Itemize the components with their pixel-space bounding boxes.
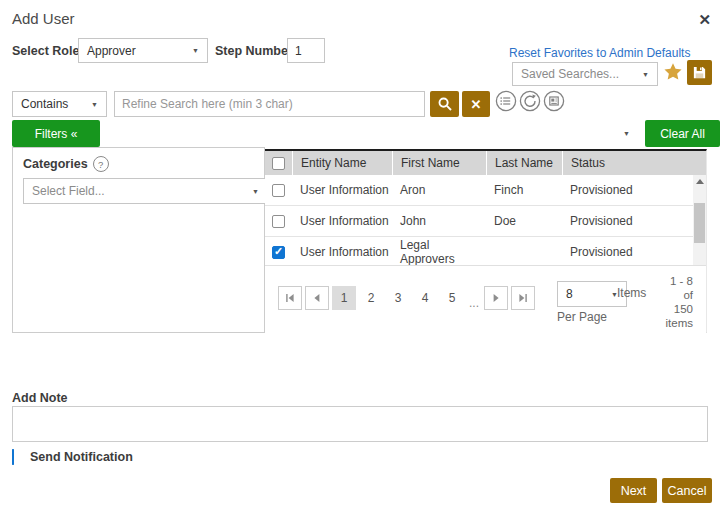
range-line: 1 - 8 xyxy=(666,274,693,288)
save-search-button[interactable] xyxy=(687,60,712,85)
table-row[interactable]: User Information John Doe Provisioned xyxy=(265,206,706,237)
list-view-icon[interactable] xyxy=(495,90,517,112)
cell-entity-name: User Information xyxy=(292,214,392,228)
cell-first-name: Aron xyxy=(392,183,486,197)
results-grid: Entity Name First Name Last Name Status … xyxy=(265,149,707,333)
send-notification-label: Send Notification xyxy=(30,450,133,464)
chevron-down-icon: ▼ xyxy=(642,71,649,78)
close-icon[interactable]: ✕ xyxy=(698,12,711,27)
scroll-up-icon[interactable] xyxy=(696,179,704,184)
page-ellipsis: ... xyxy=(467,296,481,310)
items-label: Items xyxy=(617,286,646,300)
select-field-placeholder: Select Field... xyxy=(32,184,105,198)
table-row[interactable]: User Information Legal Approvers Provisi… xyxy=(265,237,706,268)
cell-status: Provisioned xyxy=(562,245,706,259)
search-operator-dropdown[interactable]: Contains ▼ xyxy=(12,91,107,117)
cancel-button[interactable]: Cancel xyxy=(662,478,712,503)
table-row[interactable]: User Information Aron Finch Provisioned xyxy=(265,175,706,206)
filters-toggle-label: Filters « xyxy=(35,127,78,141)
details-card-icon[interactable] xyxy=(543,90,565,112)
page-title: Add User xyxy=(12,10,75,27)
favorite-star-icon[interactable] xyxy=(662,61,684,86)
filter-combobox[interactable]: ▼ xyxy=(100,120,640,147)
step-number-field[interactable] xyxy=(287,38,325,63)
range-line: 150 xyxy=(666,302,693,316)
page-button-4[interactable]: 4 xyxy=(413,286,437,310)
last-page-button[interactable] xyxy=(511,286,535,310)
search-input[interactable] xyxy=(114,91,425,117)
vertical-scrollbar[interactable] xyxy=(693,175,706,265)
chevron-down-icon: ▼ xyxy=(252,188,259,195)
categories-panel: Categories? Select Field... ▼ xyxy=(12,147,265,333)
reset-favorites-link[interactable]: Reset Favorites to Admin Defaults xyxy=(509,46,690,60)
search-icon xyxy=(437,96,453,112)
row-checkbox[interactable] xyxy=(272,215,285,228)
column-header-first-name[interactable]: First Name xyxy=(392,151,486,175)
cell-entity-name: User Information xyxy=(292,183,392,197)
send-notification-checkbox[interactable] xyxy=(12,449,14,465)
filters-toggle-button[interactable]: Filters « xyxy=(12,120,100,147)
categories-label: Categories? xyxy=(23,156,109,172)
clear-all-label: Clear All xyxy=(660,127,705,141)
add-user-dialog: Add User ✕ Select Role* Approver ▼ Step … xyxy=(0,0,720,508)
cell-first-name: Legal Approvers xyxy=(392,238,486,266)
per-page-label: Per Page xyxy=(557,310,607,324)
table-header-row: Entity Name First Name Last Name Status xyxy=(265,151,706,175)
search-operator-value: Contains xyxy=(21,97,68,111)
page-button-3[interactable]: 3 xyxy=(386,286,410,310)
cell-last-name: Doe xyxy=(486,214,562,228)
cell-status: Provisioned xyxy=(562,183,706,197)
prev-page-button[interactable] xyxy=(305,286,329,310)
select-role-label: Select Role* xyxy=(12,44,87,58)
search-button[interactable] xyxy=(430,91,459,117)
page-button-2[interactable]: 2 xyxy=(359,286,383,310)
chevron-down-icon: ▼ xyxy=(91,101,98,108)
clear-all-button[interactable]: Clear All xyxy=(645,120,720,147)
last-page-icon xyxy=(518,293,528,303)
step-number-label-text: Step Number xyxy=(215,44,293,58)
next-page-button[interactable] xyxy=(484,286,508,310)
add-note-label: Add Note xyxy=(12,391,68,405)
saved-searches-placeholder: Saved Searches... xyxy=(521,67,619,81)
scrollbar-thumb[interactable] xyxy=(694,203,705,243)
role-dropdown-value: Approver xyxy=(87,44,136,58)
categories-label-text: Categories xyxy=(23,157,88,171)
pager: 1 2 3 4 5 ... 8 ▼ Per Page Items 1 - 8 xyxy=(265,265,706,335)
column-header-entity-name[interactable]: Entity Name xyxy=(292,151,392,175)
help-icon[interactable]: ? xyxy=(93,156,109,172)
select-all-checkbox[interactable] xyxy=(272,157,285,170)
select-field-dropdown[interactable]: Select Field... ▼ xyxy=(23,178,268,204)
row-checkbox[interactable] xyxy=(272,184,285,197)
next-page-icon xyxy=(491,293,501,303)
page-button-5[interactable]: 5 xyxy=(440,286,464,310)
clear-search-icon: ✕ xyxy=(471,97,482,112)
column-header-last-name[interactable]: Last Name xyxy=(486,151,562,175)
range-line: items xyxy=(666,316,693,330)
chevron-down-icon: ▼ xyxy=(192,47,199,54)
cell-first-name: John xyxy=(392,214,486,228)
cell-status: Provisioned xyxy=(562,214,706,228)
clear-search-button[interactable]: ✕ xyxy=(462,91,490,117)
select-role-label-text: Select Role xyxy=(12,44,79,58)
range-line: of xyxy=(666,288,693,302)
save-icon xyxy=(692,65,707,80)
chevron-down-icon: ▼ xyxy=(623,130,630,137)
first-page-button[interactable] xyxy=(278,286,302,310)
role-dropdown[interactable]: Approver ▼ xyxy=(78,38,208,63)
page-button-1[interactable]: 1 xyxy=(332,286,356,310)
cell-last-name: Finch xyxy=(486,183,562,197)
items-range: 1 - 8 of 150 items xyxy=(666,274,693,330)
refresh-icon[interactable] xyxy=(519,90,541,112)
prev-page-icon xyxy=(312,293,322,303)
first-page-icon xyxy=(285,293,295,303)
row-checkbox[interactable] xyxy=(272,246,285,259)
page-size-value: 8 xyxy=(566,287,573,301)
note-textarea[interactable] xyxy=(12,406,708,442)
cell-entity-name: User Information xyxy=(292,245,392,259)
saved-searches-dropdown[interactable]: Saved Searches... ▼ xyxy=(512,62,658,86)
column-header-status[interactable]: Status xyxy=(562,151,706,175)
next-button[interactable]: Next xyxy=(610,478,657,503)
